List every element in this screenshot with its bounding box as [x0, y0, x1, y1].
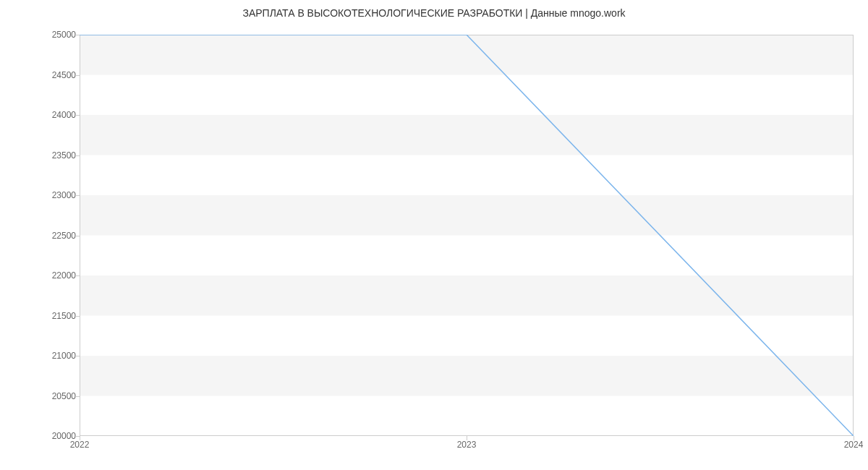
- x-tick-label: 2024: [844, 440, 864, 450]
- grid-band: [80, 195, 854, 236]
- y-tick-mark: [75, 155, 80, 156]
- y-tick-label: 25000: [52, 30, 76, 40]
- grid-band: [80, 275, 854, 316]
- y-tick-label: 22000: [52, 270, 76, 281]
- y-tick-label: 21000: [52, 351, 76, 361]
- y-tick-label: 24000: [52, 110, 76, 120]
- y-tick-mark: [75, 356, 80, 356]
- y-tick-label: 22500: [52, 231, 76, 241]
- chart-container: ЗАРПЛАТА В ВЫСОКОТЕХНОЛОГИЧЕСКИЕ РАЗРАБО…: [0, 0, 868, 470]
- y-tick-mark: [75, 236, 80, 236]
- x-tick-label: 2022: [70, 440, 90, 450]
- y-tick-mark: [75, 316, 80, 317]
- y-tick-label: 20500: [52, 391, 76, 401]
- x-tick-mark: [854, 436, 854, 440]
- y-tick-mark: [75, 35, 80, 35]
- grid-band: [80, 115, 854, 155]
- chart-title: ЗАРПЛАТА В ВЫСОКОТЕХНОЛОГИЧЕСКИЕ РАЗРАБО…: [0, 7, 868, 19]
- y-tick-label: 23500: [52, 150, 76, 161]
- y-tick-mark: [75, 75, 80, 76]
- grid-band: [80, 356, 854, 396]
- y-tick-label: 21500: [52, 311, 76, 321]
- x-tick-mark: [80, 436, 80, 440]
- x-tick-mark: [467, 436, 467, 440]
- grid-bands: [80, 35, 854, 396]
- y-tick-mark: [75, 275, 80, 276]
- plot-area: [80, 35, 854, 436]
- y-tick-label: 23000: [52, 190, 76, 200]
- grid-band: [80, 35, 854, 75]
- x-tick-label: 2023: [457, 440, 477, 450]
- y-tick-label: 24500: [52, 70, 76, 80]
- plot-svg: [80, 35, 854, 436]
- y-tick-mark: [75, 195, 80, 196]
- y-tick-mark: [75, 115, 80, 116]
- y-tick-mark: [75, 396, 80, 397]
